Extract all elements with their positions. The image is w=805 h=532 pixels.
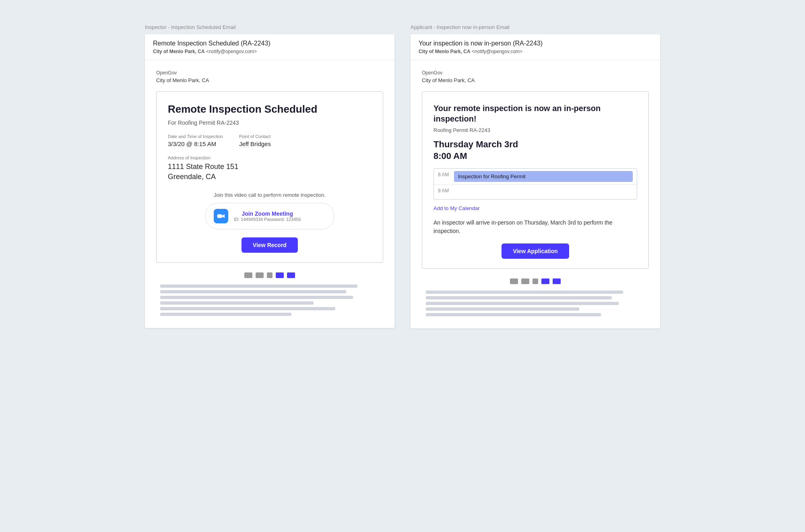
right-email-header: Your inspection is now in-person (RA-224… <box>411 34 660 60</box>
cal-time-9am: 9 AM <box>438 187 454 194</box>
left-panel-label: Inspector - Inspection Scheduled Email <box>145 24 394 30</box>
zoom-logo-icon <box>217 212 225 221</box>
right-panel: Applicant - Inspection now in-person Ema… <box>411 24 660 328</box>
skel-5 <box>160 307 335 310</box>
right-datetime-line2: 8:00 AM <box>433 151 637 162</box>
rskel-4 <box>426 307 579 311</box>
left-contact-label: Point of Contact <box>239 134 271 139</box>
right-from-email: <notify@opengov.com> <box>472 49 522 54</box>
left-og-brand: OpenGov <box>156 70 383 76</box>
left-email-header: Remote Inspection Scheduled (RA-2243) Ci… <box>145 34 394 60</box>
left-address-group: Address of Inspection 1111 State Route 1… <box>168 155 372 182</box>
right-email-subject: Your inspection is now in-person (RA-224… <box>419 40 652 47</box>
left-inner-box: Remote Inspection Scheduled For Roofing … <box>156 91 383 263</box>
left-zoom-box: Join Zoom Meeting ID: 144949334 Password… <box>205 203 334 229</box>
left-contact-group: Point of Contact Jeff Bridges <box>239 134 271 147</box>
right-from-name: City of Menlo Park, CA <box>419 49 471 54</box>
footer-block-2 <box>256 272 264 278</box>
left-address-value: 1111 State Route 151 Greendale, CA <box>168 162 372 182</box>
cal-event-block: Inspection for Roofing Permit <box>454 171 633 182</box>
right-inner-box: Your remote inspection is now an in-pers… <box>422 91 649 269</box>
rfooter-block-5 <box>553 278 561 284</box>
footer-block-3 <box>267 272 272 278</box>
cal-time-8am: 8 AM <box>438 171 454 182</box>
left-contact-value: Jeff Bridges <box>239 140 271 147</box>
zoom-meta: ID: 144949334 Password: 123456 <box>234 217 301 222</box>
zoom-icon <box>214 209 228 223</box>
left-email-body: OpenGov City of Menlo Park, CA Remote In… <box>145 60 394 328</box>
right-cal-preview: 8 AM Inspection for Roofing Permit 9 AM <box>433 168 637 200</box>
left-email-from: City of Menlo Park, CA <notify@opengov.c… <box>153 49 386 54</box>
left-email-card: Remote Inspection Scheduled (RA-2243) Ci… <box>145 34 394 328</box>
left-date-group: Date and Time of Inspection 3/3/20 @ 8:1… <box>168 134 223 147</box>
rskel-3 <box>426 302 619 305</box>
right-email-card: Your inspection is now in-person (RA-224… <box>411 34 660 328</box>
skel-2 <box>160 290 346 293</box>
cal-8am-row: 8 AM Inspection for Roofing Permit <box>434 169 637 184</box>
left-footer-icons <box>156 272 383 278</box>
right-og-city: City of Menlo Park, CA <box>422 77 649 83</box>
left-zoom-prompt: Join this video call to perform remote i… <box>168 192 372 198</box>
left-email-subject: Remote Inspection Scheduled (RA-2243) <box>153 40 386 47</box>
footer-block-4 <box>276 272 284 278</box>
right-email-from: City of Menlo Park, CA <notify@opengov.c… <box>419 49 652 54</box>
right-in-person-note: An inspector will arrive in-person on Th… <box>433 219 637 235</box>
left-zoom-section: Join this video call to perform remote i… <box>168 192 372 229</box>
left-date-label: Date and Time of Inspection <box>168 134 223 139</box>
right-og-brand: OpenGov <box>422 70 649 76</box>
right-datetime-line1: Thursday March 3rd <box>433 139 637 151</box>
left-address-line1: 1111 State Route 151 <box>168 162 372 172</box>
skel-1 <box>160 285 357 288</box>
left-date-value: 3/3/20 @ 8:15 AM <box>168 140 223 147</box>
rfooter-block-4 <box>541 278 549 284</box>
rfooter-block-3 <box>533 278 538 284</box>
left-from-email: <notify@opengov.com> <box>206 49 257 54</box>
rskel-5 <box>426 313 601 316</box>
left-og-city: City of Menlo Park, CA <box>156 77 383 83</box>
zoom-info: Join Zoom Meeting ID: 144949334 Password… <box>234 210 301 222</box>
rfooter-block-1 <box>510 278 518 284</box>
right-datetime: Thursday March 3rd 8:00 AM <box>433 139 637 162</box>
left-inspection-title: Remote Inspection Scheduled <box>168 103 372 115</box>
right-permit-ref: Roofing Permit RA-2243 <box>433 127 637 133</box>
left-from-name: City of Menlo Park, CA <box>153 49 205 54</box>
footer-block-5 <box>287 272 295 278</box>
rfooter-block-2 <box>521 278 529 284</box>
view-record-button[interactable]: View Record <box>242 237 298 253</box>
footer-block-1 <box>244 272 252 278</box>
right-in-person-title: Your remote inspection is now an in-pers… <box>433 103 637 124</box>
rskel-2 <box>426 296 612 299</box>
left-address-label: Address of Inspection <box>168 155 372 160</box>
skel-6 <box>160 313 291 316</box>
cal-9am-row: 9 AM <box>434 185 637 199</box>
right-email-body: OpenGov City of Menlo Park, CA Your remo… <box>411 60 660 328</box>
left-address-line2: Greendale, CA <box>168 172 372 182</box>
left-footer-lines <box>156 285 383 316</box>
view-application-button[interactable]: View Application <box>502 243 569 259</box>
add-calendar-link[interactable]: Add to My Calendar <box>433 205 637 211</box>
skel-4 <box>160 301 314 305</box>
left-for-permit: For Roofing Permit RA-2243 <box>168 120 372 126</box>
svg-rect-0 <box>217 214 222 218</box>
skel-3 <box>160 296 353 299</box>
left-details-row: Date and Time of Inspection 3/3/20 @ 8:1… <box>168 134 372 147</box>
left-panel: Inspector - Inspection Scheduled Email R… <box>145 24 394 328</box>
right-footer-lines <box>422 291 649 316</box>
right-footer-icons <box>422 278 649 284</box>
zoom-join-link[interactable]: Join Zoom Meeting <box>234 210 301 217</box>
rskel-1 <box>426 291 623 294</box>
right-panel-label: Applicant - Inspection now in-person Ema… <box>411 24 660 30</box>
